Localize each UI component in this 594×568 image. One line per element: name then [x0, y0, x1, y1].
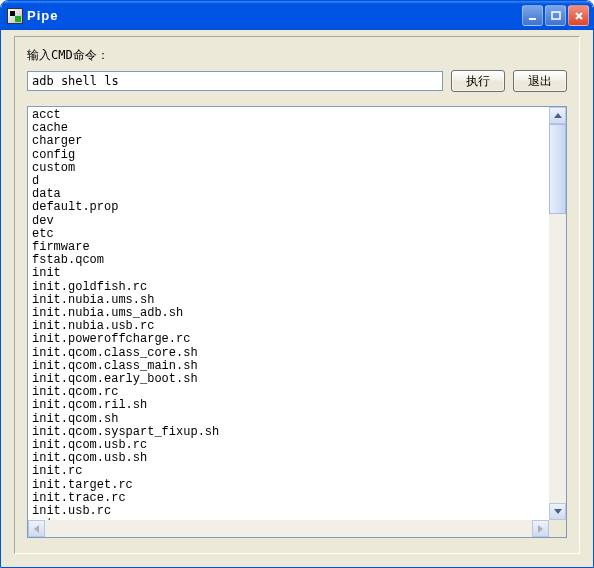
titlebar[interactable]: Pipe: [1, 1, 593, 30]
content-panel: 输入CMD命令： 执行 退出 acct cache charger config…: [14, 36, 580, 554]
scroll-right-button[interactable]: [532, 520, 549, 537]
svg-rect-1: [552, 12, 560, 19]
app-window: Pipe 输入CMD命令： 执行 退出 acct cache charger c…: [0, 0, 594, 568]
minimize-button[interactable]: [522, 5, 543, 26]
window-controls: [522, 5, 589, 26]
maximize-icon: [551, 11, 561, 21]
app-icon: [7, 8, 23, 24]
horizontal-scrollbar[interactable]: [28, 520, 549, 537]
window-title: Pipe: [27, 8, 522, 23]
exit-button[interactable]: 退出: [513, 70, 567, 92]
chevron-up-icon: [554, 113, 562, 118]
vertical-scrollbar[interactable]: [549, 107, 566, 520]
scroll-left-button[interactable]: [28, 520, 45, 537]
scrollbar-corner: [549, 520, 566, 537]
scroll-up-button[interactable]: [549, 107, 566, 124]
chevron-left-icon: [34, 525, 39, 533]
command-row: 执行 退出: [27, 70, 567, 92]
svg-rect-0: [529, 18, 536, 20]
cmd-label: 输入CMD命令：: [27, 47, 567, 64]
maximize-button[interactable]: [545, 5, 566, 26]
close-button[interactable]: [568, 5, 589, 26]
minimize-icon: [528, 11, 538, 21]
scroll-down-button[interactable]: [549, 503, 566, 520]
close-icon: [574, 11, 584, 21]
chevron-right-icon: [538, 525, 543, 533]
vertical-scroll-thumb[interactable]: [549, 124, 566, 214]
command-input[interactable]: [27, 71, 443, 91]
output-panel: acct cache charger config custom d data …: [27, 106, 567, 538]
output-text[interactable]: acct cache charger config custom d data …: [28, 107, 549, 520]
client-area: 输入CMD命令： 执行 退出 acct cache charger config…: [4, 30, 590, 564]
execute-button[interactable]: 执行: [451, 70, 505, 92]
chevron-down-icon: [554, 509, 562, 514]
